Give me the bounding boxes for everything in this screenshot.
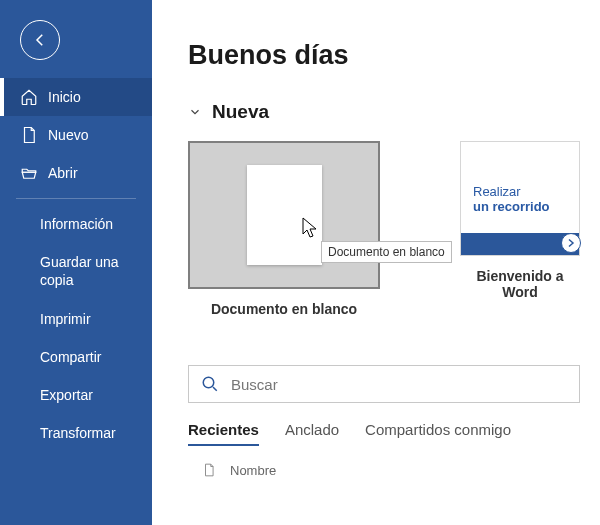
template-thumbnail: Realizar un recorrido: [460, 141, 580, 256]
template-label: Documento en blanco: [188, 301, 380, 317]
tour-line1: Realizar: [473, 184, 521, 199]
document-icon: [20, 126, 38, 144]
list-header-row: Nombre: [188, 462, 580, 478]
tooltip: Documento en blanco: [321, 241, 452, 263]
sidebar-sub-share[interactable]: Compartir: [0, 338, 152, 376]
sidebar-sub-transform[interactable]: Transformar: [0, 414, 152, 452]
template-tiles: Documento en blanco Documento en blanco …: [188, 141, 580, 317]
template-thumbnail: Documento en blanco: [188, 141, 380, 289]
home-icon: [20, 88, 38, 106]
tab-shared[interactable]: Compartidos conmigo: [365, 421, 511, 446]
column-name-header[interactable]: Nombre: [230, 463, 276, 478]
sidebar-item-open[interactable]: Abrir: [0, 154, 152, 192]
sidebar-item-label: Nuevo: [48, 127, 88, 143]
back-button[interactable]: [20, 20, 60, 60]
section-new-header[interactable]: Nueva: [188, 101, 580, 123]
search-icon: [201, 375, 219, 393]
sidebar-sub-info[interactable]: Información: [0, 205, 152, 243]
tab-recent[interactable]: Recientes: [188, 421, 259, 446]
search-placeholder: Buscar: [231, 376, 278, 393]
greeting-title: Buenos días: [188, 40, 580, 71]
svg-point-0: [203, 377, 214, 388]
folder-open-icon: [20, 164, 38, 182]
sidebar-item-label: Abrir: [48, 165, 78, 181]
recent-tabs: Recientes Anclado Compartidos conmigo: [188, 421, 580, 446]
sidebar-sub-print[interactable]: Imprimir: [0, 300, 152, 338]
template-label: Bienvenido a Word: [460, 268, 580, 300]
main-area: Buenos días Nueva Documento en blanco Do…: [152, 0, 600, 525]
sidebar-item-new[interactable]: Nuevo: [0, 116, 152, 154]
document-icon: [202, 462, 216, 478]
sidebar-item-home[interactable]: Inicio: [0, 78, 152, 116]
tab-pinned[interactable]: Anclado: [285, 421, 339, 446]
blank-page-graphic: [247, 165, 322, 265]
arrow-left-icon: [31, 31, 49, 49]
section-new-label: Nueva: [212, 101, 269, 123]
sidebar-sub-savecopy[interactable]: Guardar una copia: [0, 243, 152, 299]
search-input[interactable]: Buscar: [188, 365, 580, 403]
sidebar: Inicio Nuevo Abrir Información Guardar u…: [0, 0, 152, 525]
template-blank-document[interactable]: Documento en blanco Documento en blanco: [188, 141, 380, 317]
sidebar-sub-export[interactable]: Exportar: [0, 376, 152, 414]
chevron-down-icon: [188, 105, 202, 119]
template-welcome-tour[interactable]: Realizar un recorrido Bienvenido a Word: [460, 141, 580, 317]
tour-line2: un recorrido: [473, 199, 550, 214]
sidebar-divider: [16, 198, 136, 199]
sidebar-item-label: Inicio: [48, 89, 81, 105]
arrow-right-icon: [561, 233, 581, 253]
